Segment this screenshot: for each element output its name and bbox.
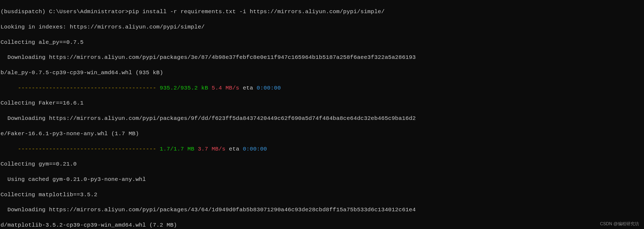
progress-speed: 5.4 MB/s [208,85,239,91]
eta-value: 0:00:00 [257,85,281,91]
collecting-line: Collecting gym==0.21.0 [1,160,644,168]
progress-size: 1.7/1.7 MB [156,146,194,152]
eta-label: eta [239,85,257,91]
progress-bar: ---------------------------------------- [18,85,156,91]
collecting-line: Collecting Faker==16.6.1 [1,99,644,107]
command-line: (busdispatch) C:\Users\Administrator>pip… [1,8,644,16]
downloading-line-cont: d/matplotlib-3.5.2-cp39-cp39-win_amd64.w… [1,221,644,229]
eta-label: eta [226,146,243,152]
downloading-line: Downloading https://mirrors.aliyun.com/p… [1,206,644,214]
progress-pad [1,146,18,152]
downloading-line: Downloading https://mirrors.aliyun.com/p… [1,54,644,61]
downloading-line-cont: b/ale_py-0.7.5-cp39-cp39-win_amd64.whl (… [1,69,644,77]
terminal-output[interactable]: (busdispatch) C:\Users\Administrator>pip… [1,1,644,229]
index-line: Looking in indexes: https://mirrors.aliy… [1,23,644,31]
progress-line: ----------------------------------------… [1,84,644,92]
downloading-line-cont: e/Faker-16.6.1-py3-none-any.whl (1.7 MB) [1,130,644,138]
cached-line: Using cached gym-0.21.0-py3-none-any.whl [1,176,644,183]
progress-pad [1,85,18,91]
downloading-line: Downloading https://mirrors.aliyun.com/p… [1,115,644,122]
progress-line: ----------------------------------------… [1,145,644,153]
watermark-text: CSDN @编程研究坊 [600,221,639,227]
collecting-line: Collecting ale_py==0.7.5 [1,39,644,46]
progress-size: 935.2/935.2 kB [156,85,208,91]
progress-speed: 3.7 MB/s [194,146,226,152]
collecting-line: Collecting matplotlib==3.5.2 [1,191,644,199]
progress-bar: ---------------------------------------- [18,146,156,152]
eta-value: 0:00:00 [243,146,267,152]
